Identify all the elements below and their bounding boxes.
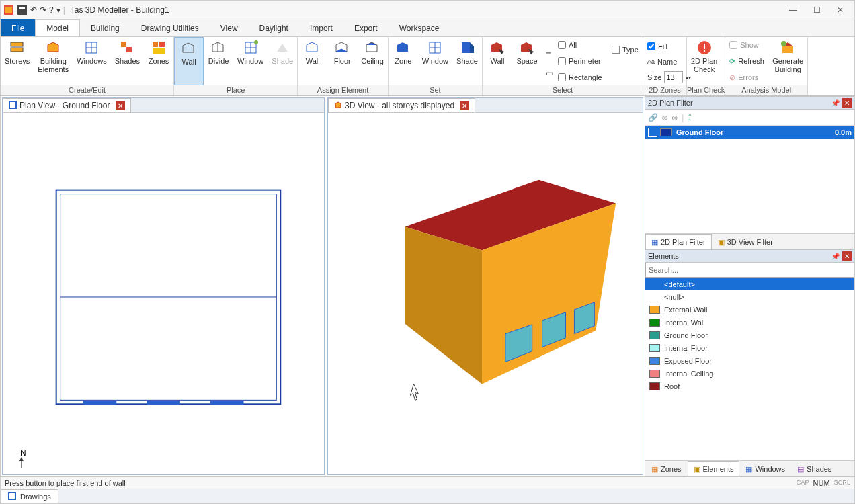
threed-canvas[interactable] [328,113,643,474]
plan-view-close[interactable]: ✕ [116,101,125,110]
save-icon[interactable] [17,5,28,15]
refresh-button[interactable]: ⟳Refresh [729,54,764,68]
place-shade-button[interactable]: Shade [268,37,297,85]
tab-import[interactable]: Import [299,19,343,36]
filter-list[interactable]: Ground Floor 0.0m [645,126,854,233]
show-check[interactable]: Show [729,38,764,52]
element-internal-floor[interactable]: Internal Floor [645,341,854,354]
size-field[interactable]: Size ▴▾ [647,71,682,84]
group-2d-zones-label: 2D Zones [643,85,686,95]
plan-canvas[interactable]: N [3,113,324,474]
filter-close[interactable]: ✕ [842,98,852,108]
group-select-label: Select [483,85,643,95]
threed-view-tab[interactable]: 3D View - all storeys displayed ✕ [328,98,475,112]
select-rect-icon[interactable]: ▭ [546,69,550,78]
storeys-icon [9,40,26,56]
svg-rect-4 [11,42,23,46]
element-internal-wall[interactable]: Internal Wall [645,316,854,329]
select-perimeter-check[interactable]: Perimeter [558,54,604,68]
export-icon[interactable]: ⤴ [688,113,692,122]
assign-ceiling-button[interactable]: Ceiling [357,37,388,85]
svg-rect-3 [19,7,25,9]
help-icon[interactable]: ? [49,5,54,15]
tab-export[interactable]: Export [343,19,389,36]
windows-button[interactable]: Windows [73,37,111,85]
shade-icon [274,40,290,56]
elements-panel-header: Elements 📌 ✕ [645,249,854,263]
shades-icon [119,40,135,56]
chain-icon-1[interactable]: ∞ [662,113,668,122]
tab-view[interactable]: View [210,19,249,36]
fill-check[interactable]: Fill [647,40,682,53]
elements-list[interactable]: <default> <null> External Wall Internal … [645,278,854,460]
svg-marker-22 [277,44,288,52]
elements-pin-icon[interactable]: 📌 [831,253,840,260]
storeys-button[interactable]: Storeys [1,37,34,85]
element-internal-ceiling[interactable]: Internal Ceiling [645,367,854,380]
name-check[interactable]: AaName [647,55,682,69]
chain-icon-2[interactable]: ∞ [672,113,678,122]
redo-icon[interactable]: ↷ [40,5,46,15]
close-button[interactable]: ✕ [837,5,844,15]
shades-button[interactable]: Shades [111,37,144,85]
place-window-button[interactable]: Window [233,37,268,85]
link-icon[interactable]: 🔗 [648,113,658,122]
plan-view-title: Plan View - Ground Floor [19,101,110,110]
select-space-button[interactable]: Space [512,37,542,85]
elements-search[interactable] [645,263,854,278]
zones-button[interactable]: Zones [144,37,173,85]
tab-elements[interactable]: ▣Elements [688,461,740,476]
errors-button[interactable]: ⊘Errors [729,71,764,84]
filter-item-ground-floor[interactable]: Ground Floor 0.0m [645,126,854,139]
assign-floor-button[interactable]: Floor [327,37,357,85]
element-null[interactable]: <null> [645,290,854,303]
place-divide-button[interactable]: Divide [204,37,233,85]
tab-file[interactable]: File [1,19,35,36]
set-zone-button[interactable]: Zone [389,37,418,85]
pin-icon[interactable]: 📌 [831,99,840,107]
generate-building-button[interactable]: Generate Building [768,37,807,85]
tab-model[interactable]: Model [35,19,80,36]
status-bar: Press button to place first end of wall … [1,476,854,489]
element-roof[interactable]: Roof [645,380,854,392]
select-rectangle-check[interactable]: Rectangle [558,71,604,84]
qa-dropdown-icon[interactable]: ▾ [56,5,60,15]
select-all-check[interactable]: All [558,38,604,52]
size-input[interactable] [664,71,683,83]
set-window-button[interactable]: Window [418,37,452,85]
element-external-wall[interactable]: External Wall [645,303,854,316]
select-wall-button[interactable]: Wall [483,37,512,85]
plan-view-icon [9,101,17,111]
svg-marker-28 [397,42,408,52]
plan-view-tab[interactable]: Plan View - Ground Floor ✕ [3,98,131,112]
plan-check-button[interactable]: 2D Plan Check [687,37,721,85]
tab-2d-plan-filter[interactable]: ▦ 2D Plan Filter [645,234,712,249]
select-type-button[interactable]: Type [612,43,639,56]
minimize-button[interactable]: — [789,5,797,15]
building-elements-button[interactable]: Building Elements [34,37,73,85]
assign-wall-button[interactable]: Wall [298,37,327,85]
element-default[interactable]: <default> [645,278,854,290]
undo-icon[interactable]: ↶ [30,5,37,15]
threed-view-close[interactable]: ✕ [460,101,469,110]
element-exposed-floor[interactable]: Exposed Floor [645,354,854,367]
tab-windows[interactable]: ▦Windows [739,461,791,476]
tab-zones[interactable]: ▦Zones [645,461,688,476]
maximize-button[interactable]: ☐ [813,5,821,15]
threed-view-icon [334,101,342,111]
tab-workspace[interactable]: Workspace [389,19,450,36]
assign-wall-icon [304,40,321,56]
tab-building[interactable]: Building [80,19,130,36]
select-line-icon[interactable]: ⎯ [546,44,550,54]
windows-icon [83,40,99,56]
right-pane: 2D Plan Filter 📌 ✕ 🔗 ∞ ∞ | ⤴ Ground Floo… [645,96,854,476]
drawings-tab[interactable]: Drawings [1,489,58,503]
elements-close[interactable]: ✕ [842,251,852,261]
tab-drawing-utilities[interactable]: Drawing Utilities [130,19,210,36]
set-shade-button[interactable]: Shade [452,37,482,85]
tab-3d-view-filter[interactable]: ▣ 3D View Filter [712,234,779,249]
place-wall-button[interactable]: Wall [174,37,204,85]
tab-daylight[interactable]: Daylight [249,19,299,36]
element-ground-floor[interactable]: Ground Floor [645,329,854,341]
tab-shades[interactable]: ▤Shades [791,461,838,476]
